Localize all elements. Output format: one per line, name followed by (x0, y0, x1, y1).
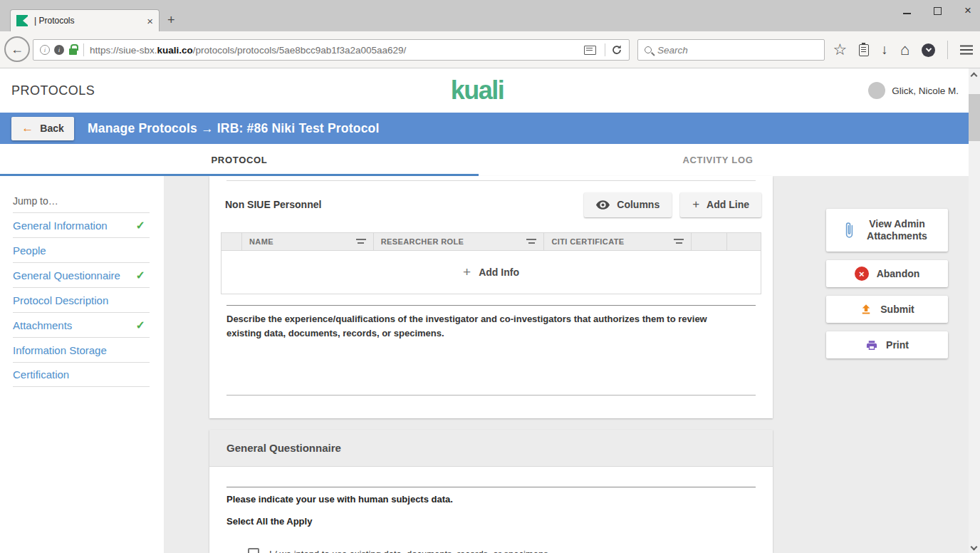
paperclip-icon (843, 221, 855, 239)
jump-to-heading: Jump to… (13, 189, 150, 212)
url-text: https://siue-sbx.kuali.co/protocols/prot… (90, 45, 580, 56)
eye-icon (596, 200, 610, 210)
browser-back-button[interactable]: ← (4, 36, 30, 62)
permissions-info-icon[interactable]: i (54, 45, 64, 55)
menu-hamburger-icon[interactable] (960, 49, 973, 51)
scrollbar-thumb[interactable] (969, 94, 980, 141)
new-tab-button[interactable]: + (167, 13, 175, 28)
user-name: Glick, Nicole M. (892, 86, 959, 96)
non-siue-personnel-title: Non SIUE Personnel (221, 199, 321, 210)
search-icon (645, 46, 652, 53)
sidebar-item-certification[interactable]: Certification (13, 362, 150, 387)
toolbar-separator (947, 41, 948, 59)
submit-label: Submit (880, 304, 914, 315)
bookmark-star-icon[interactable]: ☆ (833, 42, 847, 58)
avatar (868, 82, 885, 99)
window-close-button[interactable]: × (964, 4, 971, 18)
check-icon: ✓ (136, 269, 150, 282)
url-bar[interactable]: i i https://siue-sbx.kuali.co/protocols/… (33, 39, 630, 61)
main-column: Non SIUE Personnel Columns + Add Line (209, 176, 773, 553)
url-separator-2 (605, 43, 605, 56)
personnel-table: NAME RESEARCHER ROLE CITI CERTIFICATE (221, 232, 761, 294)
action-panel: View Admin Attachments × Abandon Submit … (826, 209, 948, 358)
human-subjects-question-label: Please indicate your use with human subj… (226, 494, 756, 505)
scroll-up-icon[interactable] (971, 73, 978, 80)
abandon-label: Abandon (877, 268, 920, 279)
sidebar-item-people[interactable]: People (13, 237, 150, 262)
browser-titlebar: | Protocols × + × (0, 0, 980, 31)
url-prefix: https://siue-sbx. (90, 45, 157, 56)
filter-icon[interactable] (356, 238, 366, 246)
url-path: /protocols/protocols/5ae8bcc9ab1f3a2a005… (193, 45, 406, 56)
add-line-button[interactable]: + Add Line (680, 192, 761, 217)
sidebar-item-protocol-description[interactable]: Protocol Description (13, 287, 150, 312)
check-icon: ✓ (136, 219, 150, 232)
submit-button[interactable]: Submit (826, 296, 948, 323)
browser-search-box[interactable] (637, 39, 825, 61)
breadcrumb-bar: ← Back Manage Protocols → IRB: #86 Niki … (0, 113, 969, 144)
app-header: PROTOCOLS kuali Glick, Nicole M. (0, 68, 969, 113)
question-divider (226, 487, 756, 487)
window-controls: × (903, 4, 971, 18)
tab-close-icon[interactable]: × (147, 15, 153, 27)
reader-mode-icon[interactable] (584, 46, 596, 55)
sidebar-item-label: People (13, 244, 46, 257)
experience-question-label: Describe the experience/qualifications o… (226, 312, 729, 341)
tab-protocol[interactable]: PROTOCOL (0, 144, 479, 176)
plus-icon: + (463, 264, 471, 280)
url-separator (83, 43, 84, 56)
kuali-logo: kuali (0, 68, 954, 113)
https-lock-icon[interactable] (69, 48, 77, 55)
abandon-button[interactable]: × Abandon (826, 260, 948, 287)
sidebar-item-information-storage[interactable]: Information Storage (13, 337, 150, 362)
select-all-label: Select All the Apply (226, 516, 756, 527)
check-icon: ✓ (136, 319, 150, 332)
view-admin-attachments-button[interactable]: View Admin Attachments (826, 209, 948, 252)
url-domain: kuali.co (157, 45, 193, 56)
browser-tab[interactable]: | Protocols × (10, 9, 160, 31)
print-button[interactable]: Print (826, 331, 948, 358)
upload-icon (860, 303, 872, 316)
search-input[interactable] (657, 45, 818, 56)
column-header-researcher-role: RESEARCHER ROLE (374, 233, 545, 250)
sidebar-item-label: Protocol Description (13, 294, 108, 306)
print-label: Print (886, 339, 909, 351)
sidebar-item-attachments[interactable]: Attachments ✓ (13, 312, 150, 337)
jump-to-sidebar: Jump to… General Information ✓ People Ge… (0, 176, 164, 553)
page-scrollbar[interactable] (969, 68, 980, 553)
option-checkbox[interactable] (248, 548, 259, 553)
window-minimize-button[interactable] (903, 13, 911, 14)
window-maximize-button[interactable] (934, 7, 942, 15)
downloads-icon[interactable]: ↓ (881, 42, 888, 58)
scroll-down-icon[interactable] (971, 544, 978, 551)
column-header-name: NAME (242, 233, 374, 250)
back-button-label: Back (40, 123, 63, 134)
section-tabbar: PROTOCOL ACTIVITY LOG (0, 144, 969, 176)
add-info-button[interactable]: + Add Info (221, 251, 761, 294)
sidebar-item-label: General Information (13, 219, 108, 232)
general-questionnaire-card: General Questionnaire Please indicate yo… (209, 430, 773, 553)
pocket-icon[interactable] (922, 43, 935, 57)
page-content: Jump to… General Information ✓ People Ge… (0, 176, 969, 553)
info-icon[interactable]: i (40, 45, 50, 55)
filter-icon[interactable] (526, 238, 536, 246)
text-field-underline[interactable] (226, 395, 756, 396)
tab-activity-log[interactable]: ACTIVITY LOG (479, 144, 957, 176)
user-menu[interactable]: Glick, Nicole M. (868, 68, 959, 113)
back-button[interactable]: ← Back (11, 117, 74, 140)
table-header-spacer (692, 233, 727, 250)
columns-button[interactable]: Columns (584, 192, 672, 217)
bookmarks-clipboard-icon[interactable] (859, 44, 869, 56)
sidebar-item-general-information[interactable]: General Information ✓ (13, 212, 150, 237)
refresh-icon[interactable] (611, 44, 622, 56)
home-icon[interactable]: ⌂ (900, 41, 909, 59)
filter-icon[interactable] (674, 238, 684, 246)
section-header: General Questionnaire (209, 430, 773, 467)
sidebar-item-general-questionnaire[interactable]: General Questionnaire ✓ (13, 262, 150, 287)
printer-icon (865, 339, 878, 351)
kuali-favicon-icon (16, 15, 28, 26)
breadcrumb: Manage Protocols → IRB: #86 Niki Test Pr… (88, 121, 380, 136)
toolbar-icons: ☆ ↓ ⌂ (833, 31, 979, 68)
tab-title: | Protocols (34, 16, 144, 26)
add-line-button-label: Add Line (707, 199, 749, 210)
